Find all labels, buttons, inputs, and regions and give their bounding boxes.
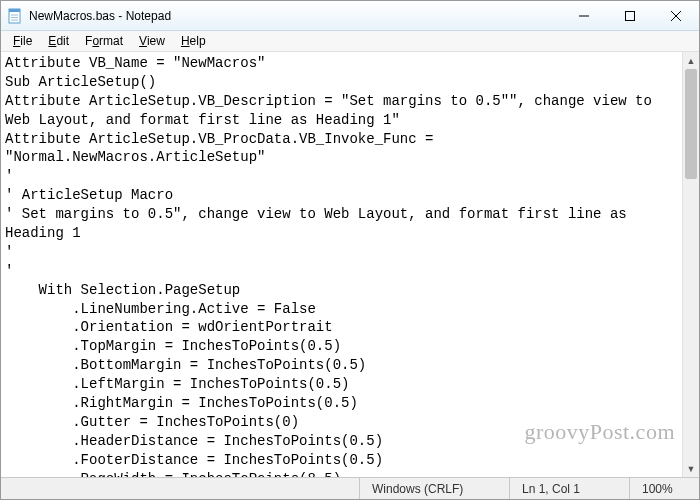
vertical-scrollbar[interactable]: ▲ ▼	[682, 52, 699, 477]
menu-edit[interactable]: Edit	[40, 32, 77, 50]
statusbar: Windows (CRLF) Ln 1, Col 1 100%	[1, 477, 699, 499]
scroll-down-arrow-icon[interactable]: ▼	[683, 460, 699, 477]
menu-help[interactable]: Help	[173, 32, 214, 50]
window-controls	[561, 1, 699, 30]
maximize-button[interactable]	[607, 1, 653, 30]
text-editor[interactable]: Attribute VB_Name = "NewMacros" Sub Arti…	[1, 52, 682, 477]
menu-format[interactable]: Format	[77, 32, 131, 50]
status-zoom: 100%	[629, 478, 699, 499]
svg-rect-6	[626, 11, 635, 20]
window-title: NewMacros.bas - Notepad	[29, 9, 561, 23]
menu-view[interactable]: View	[131, 32, 173, 50]
scrollbar-thumb[interactable]	[685, 69, 697, 179]
menu-file[interactable]: File	[5, 32, 40, 50]
svg-rect-1	[9, 9, 20, 12]
notepad-icon	[7, 8, 23, 24]
status-cursor-position: Ln 1, Col 1	[509, 478, 629, 499]
close-button[interactable]	[653, 1, 699, 30]
scroll-up-arrow-icon[interactable]: ▲	[683, 52, 699, 69]
editor-area: Attribute VB_Name = "NewMacros" Sub Arti…	[1, 52, 699, 477]
minimize-button[interactable]	[561, 1, 607, 30]
titlebar[interactable]: NewMacros.bas - Notepad	[1, 1, 699, 31]
status-line-ending: Windows (CRLF)	[359, 478, 509, 499]
menubar: File Edit Format View Help	[1, 31, 699, 52]
